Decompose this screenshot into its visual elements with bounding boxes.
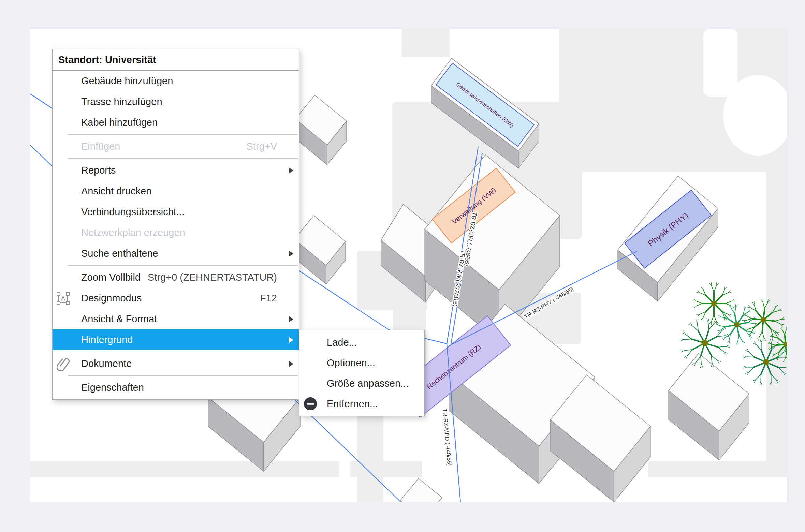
submenu-arrow-icon [289, 316, 293, 322]
menu-item-netzwerkplan-erzeugen[interactable]: Netzwerkplan erzeugen [53, 222, 299, 243]
tree-icon [693, 283, 735, 325]
submenu-item-label: Größe anpassen... [327, 378, 409, 389]
building-small-north[interactable] [295, 95, 347, 165]
menu-item-designmodus[interactable]: ADesignmodusF12 [53, 288, 299, 309]
menu-item-label: Designmodus [81, 293, 142, 304]
menu-item-eigenschaften[interactable]: Eigenschaften [53, 377, 299, 398]
context-menu-header: Standort: Universität [53, 49, 299, 71]
submenu-item-lade[interactable]: Lade... [299, 332, 424, 353]
menu-item-label: Gebäude hinzufügen [81, 75, 173, 87]
menu-separator [68, 134, 298, 135]
menu-separator [68, 158, 298, 159]
submenu-item-label: Lade... [327, 337, 357, 348]
submenu-item-entfernen[interactable]: Entfernen... [299, 394, 424, 414]
submenu-arrow-icon [289, 167, 293, 174]
menu-item-shortcut: F12 [260, 293, 294, 304]
submenu-item-label: Entfernen... [327, 398, 378, 410]
hintergrund-submenu: Lade...Optionen...Größe anpassen...Entfe… [299, 330, 425, 416]
submenu-arrow-icon [289, 361, 293, 367]
building-south-small[interactable] [400, 478, 442, 502]
designmode-icon: A [57, 292, 70, 305]
menu-item-reports[interactable]: Reports [53, 160, 299, 181]
menu-item-label: Kabel hinzufügen [81, 117, 158, 128]
svg-text:A: A [61, 295, 65, 302]
menu-item-label: Netzwerkplan erzeugen [81, 227, 185, 238]
menu-item-label: Ansicht & Format [81, 313, 157, 325]
menu-item-label: Dokumente [81, 358, 132, 369]
menu-item-verbindungs-bersicht[interactable]: Verbindungsübersicht... [53, 202, 299, 222]
cable-label-med: TR-RZ-MED ( -/48/55) [441, 409, 453, 466]
menu-item-label: Einfügen [81, 141, 120, 152]
tree-icon [716, 304, 757, 345]
menu-item-kabel-hinzuf-gen[interactable]: Kabel hinzufügen [53, 112, 299, 133]
menu-item-suche-enthaltene[interactable]: Suche enthaltene [53, 243, 299, 264]
menu-separator [68, 265, 298, 266]
menu-separator [68, 375, 298, 376]
menu-item-label: Zoom Vollbild [81, 272, 141, 283]
menu-separator [68, 352, 298, 352]
submenu-item-gr-e-anpassen[interactable]: Größe anpassen... [299, 373, 424, 394]
menu-item-label: Verbindungsübersicht... [81, 206, 185, 218]
menu-item-zoom-vollbild[interactable]: Zoom VollbildStrg+0 (ZEHNERTASTATUR) [53, 267, 299, 288]
menu-item-label: Hintergrund [81, 334, 133, 345]
submenu-item-optionen[interactable]: Optionen... [299, 353, 424, 373]
submenu-item-label: Optionen... [327, 357, 375, 369]
paperclip-icon [57, 356, 71, 372]
menu-item-trasse-hinzuf-gen[interactable]: Trasse hinzufügen [53, 91, 299, 112]
menu-item-shortcut: Strg+V [247, 141, 294, 152]
remove-icon [303, 397, 318, 411]
menu-item-shortcut: Strg+0 (ZEHNERTASTATUR) [148, 272, 294, 283]
menu-item-label: Eigenschaften [81, 382, 144, 393]
submenu-arrow-icon [289, 251, 293, 257]
menu-item-geb-ude-hinzuf-gen[interactable]: Gebäude hinzufügen [53, 71, 299, 91]
submenu-arrow-icon [289, 337, 293, 343]
building-small-west[interactable] [294, 216, 346, 284]
app-window: Geisteswissenschaften (GW) Verwaltung (V… [0, 0, 805, 532]
menu-item-einf-gen[interactable]: EinfügenStrg+V [53, 136, 299, 157]
menu-item-ansicht-format[interactable]: Ansicht & Format [53, 309, 299, 329]
menu-item-label: Suche enthaltene [81, 248, 158, 259]
menu-item-label: Reports [81, 165, 116, 176]
building-phy[interactable]: Physik (PHY) [618, 176, 718, 301]
menu-item-label: Ansicht drucken [81, 186, 151, 197]
context-menu: Standort: Universität Gebäude hinzufügen… [52, 49, 299, 400]
menu-item-dokumente[interactable]: Dokumente [53, 353, 299, 374]
menu-item-hintergrund[interactable]: Hintergrund [53, 329, 299, 350]
menu-item-label: Trasse hinzufügen [81, 96, 162, 107]
menu-item-ansicht-drucken[interactable]: Ansicht drucken [53, 181, 299, 202]
building-southeast[interactable] [669, 353, 749, 460]
